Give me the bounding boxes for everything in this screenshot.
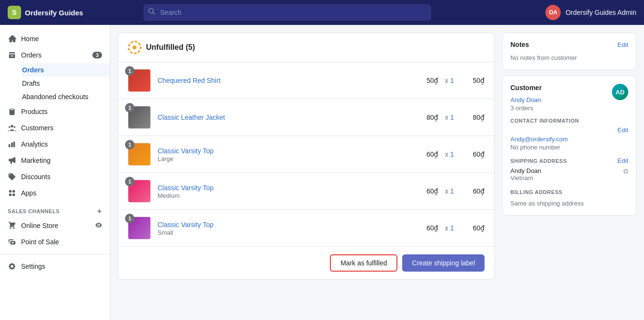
item-x: x (445, 150, 448, 158)
sidebar-item-point-of-sale[interactable]: Point of Sale (0, 234, 110, 250)
sidebar: Home Orders 3 Orders Drafts Abandoned ch… (0, 25, 110, 320)
notes-edit-button[interactable]: Edit (618, 41, 628, 48)
sidebar-subitem-drafts[interactable]: Drafts (22, 77, 110, 90)
pos-icon (8, 238, 16, 246)
shipping-section-label: SHIPPING ADDRESS (510, 158, 567, 164)
orders-icon (8, 51, 16, 59)
customer-avatar: AD (612, 84, 628, 100)
table-row: 1 Chequered Red Shirt 50₫ x 1 50₫ (118, 62, 494, 99)
item-price: 80₫ (427, 114, 439, 121)
shipping-edit-button[interactable]: Edit (618, 157, 628, 164)
item-qty-num: 1 (450, 77, 454, 84)
home-icon (8, 34, 16, 43)
item-variant: Medium (158, 192, 420, 199)
sidebar-subitem-orders[interactable]: Orders (22, 63, 110, 77)
order-items-list: 1 Chequered Red Shirt 50₫ x 1 50₫ 1 Clas… (118, 62, 494, 246)
item-total: 60₫ (461, 224, 485, 232)
topbar-right: OA Ordersify Guides Admin (545, 5, 636, 20)
item-image-wrap: 1 (128, 69, 151, 92)
item-qty-num: 1 (450, 187, 454, 195)
add-sales-channel-button[interactable]: + (97, 207, 102, 216)
search-icon (148, 8, 155, 17)
copy-address-button[interactable]: ⧉ (623, 167, 628, 175)
avatar[interactable]: OA (545, 5, 561, 20)
item-name-link[interactable]: Classic Leather Jacket (158, 114, 225, 121)
create-shipping-label-button[interactable]: Create shipping label (402, 254, 485, 272)
sidebar-item-analytics[interactable]: Analytics (0, 136, 110, 152)
item-qty: x 1 (445, 150, 454, 158)
sidebar-item-apps-label: Apps (21, 189, 36, 197)
sidebar-item-products-label: Products (21, 108, 47, 115)
customer-phone: No phone number (510, 144, 560, 151)
sidebar-item-apps[interactable]: Apps (0, 185, 110, 201)
customer-name-link[interactable]: Andy Doan (510, 96, 542, 103)
unfulfilled-card: Unfulfilled (5) 1 Chequered Red Shirt 50… (118, 33, 495, 280)
card-actions: Mark as fulfilled Create shipping label (118, 246, 494, 279)
right-panel: Notes Edit No notes from customer Custom… (502, 33, 636, 312)
item-details: Classic Varsity Top Medium (158, 183, 420, 199)
item-image-wrap: 1 (128, 143, 151, 166)
settings-icon (8, 262, 16, 271)
eye-icon (95, 222, 102, 230)
marketing-icon (8, 156, 16, 165)
customer-email[interactable]: Andy@ordersify.com (510, 136, 628, 143)
sidebar-item-settings[interactable]: Settings (0, 258, 110, 274)
item-image-wrap: 1 (128, 106, 151, 129)
sidebar-subitem-abandoned[interactable]: Abandoned checkouts (22, 90, 110, 103)
analytics-icon (8, 140, 16, 149)
card-title: Unfulfilled (5) (146, 43, 195, 52)
billing-address: Same as shipping address (510, 200, 584, 207)
notes-content: No notes from customer (510, 54, 577, 61)
sidebar-item-online-store-label: Online Store (21, 222, 58, 229)
apps-icon (8, 189, 16, 197)
online-store-icon (8, 221, 16, 230)
table-row: 1 Classic Varsity Top Large 60₫ x 1 60₫ (118, 136, 494, 172)
item-qty-badge: 1 (125, 140, 135, 149)
customer-card: Customer Andy Doan 3 orders AD CONTACT I… (502, 76, 636, 216)
contact-edit-button[interactable]: Edit (618, 126, 628, 134)
item-image-wrap: 1 (128, 180, 151, 203)
item-qty: x 1 (445, 77, 454, 84)
sidebar-item-discounts[interactable]: Discounts (0, 169, 110, 185)
admin-name: Ordersify Guides Admin (565, 9, 636, 16)
logo-icon: S (8, 6, 21, 19)
content-area: Unfulfilled (5) 1 Chequered Red Shirt 50… (110, 25, 644, 320)
sidebar-item-products[interactable]: Products (0, 103, 110, 120)
sidebar-item-orders[interactable]: Orders 3 (0, 47, 110, 63)
item-total: 50₫ (461, 77, 485, 84)
item-qty-badge: 1 (125, 214, 135, 223)
sidebar-item-customers[interactable]: Customers (0, 120, 110, 136)
item-x: x (445, 114, 448, 121)
item-name-link[interactable]: Classic Varsity Top (158, 221, 214, 229)
item-qty-num: 1 (450, 150, 454, 158)
products-icon (8, 107, 16, 116)
item-details: Chequered Red Shirt (158, 76, 420, 85)
sidebar-item-online-store[interactable]: Online Store (0, 217, 110, 234)
mark-fulfilled-button[interactable]: Mark as fulfilled (330, 254, 397, 272)
app-logo[interactable]: S Ordersify Guides (8, 6, 83, 19)
item-details: Classic Varsity Top Small (158, 220, 420, 236)
item-qty-num: 1 (450, 114, 454, 121)
sidebar-item-orders-label: Orders (21, 51, 42, 59)
item-name-link[interactable]: Classic Varsity Top (158, 184, 214, 192)
customer-title: Customer (510, 84, 542, 91)
shipping-address: Andy Doan Vietnam ⧉ (510, 167, 628, 182)
shipping-country: Vietnam (510, 174, 541, 182)
item-name-link[interactable]: Classic Varsity Top (158, 147, 214, 155)
sidebar-item-home-label: Home (21, 35, 39, 43)
topbar: S Ordersify Guides OA Ordersify Guides A… (0, 0, 644, 25)
sidebar-item-home[interactable]: Home (0, 31, 110, 47)
item-price: 60₫ (427, 224, 439, 232)
notes-header: Notes Edit (510, 41, 628, 48)
item-qty-badge: 1 (125, 177, 135, 186)
item-total: 60₫ (461, 187, 485, 195)
item-qty: x 1 (445, 187, 454, 195)
orders-subitems: Orders Drafts Abandoned checkouts (0, 63, 110, 103)
item-name-link[interactable]: Chequered Red Shirt (158, 77, 221, 84)
sales-channels-title: SALES CHANNELS (8, 208, 60, 214)
item-x: x (445, 187, 448, 195)
search-input[interactable] (144, 4, 431, 21)
sidebar-item-discounts-label: Discounts (21, 173, 50, 181)
customers-icon (8, 124, 16, 132)
sidebar-item-marketing[interactable]: Marketing (0, 152, 110, 169)
